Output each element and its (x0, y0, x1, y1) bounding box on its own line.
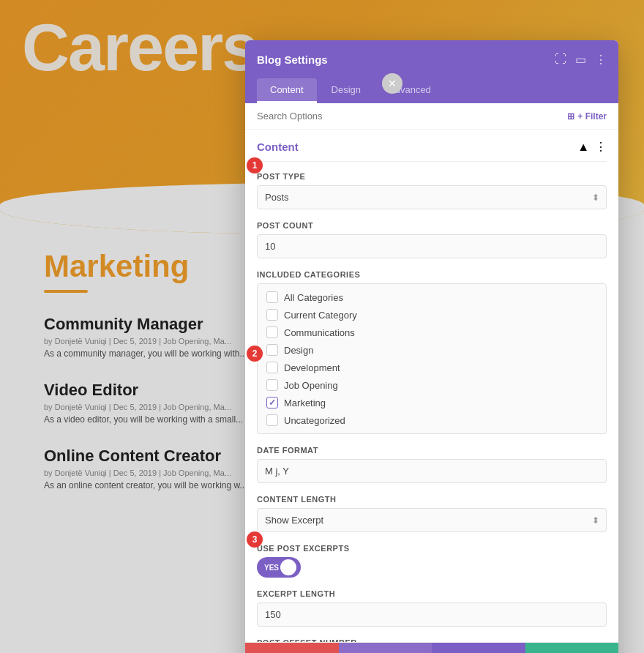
checkbox-design[interactable] (266, 344, 278, 356)
toggle-wrapper: YES (257, 557, 607, 578)
category-item-job-opening[interactable]: Job Opening (266, 379, 597, 391)
category-label: Marketing (284, 398, 326, 408)
checkbox-current-category[interactable] (266, 309, 278, 321)
category-item-current[interactable]: Current Category (266, 309, 597, 321)
filter-icon: ⊞ (567, 111, 574, 122)
category-item-communications[interactable]: Communications (266, 326, 597, 338)
panel-title: Blog Settings (257, 53, 328, 66)
collapse-icon[interactable]: ▲ (577, 141, 589, 154)
content-length-select[interactable]: Show Excerpt Show Full Post (257, 508, 607, 532)
checkbox-communications[interactable] (266, 326, 278, 338)
post-count-label: Post Count (257, 221, 607, 230)
post-type-select[interactable]: Posts Pages (257, 185, 607, 209)
date-format-label: Date Format (257, 446, 607, 455)
checkmark-icon: ✓ (269, 398, 276, 408)
post-count-field: Post Count (257, 221, 607, 258)
content-section-header: Content ▲ ⋮ (257, 130, 607, 162)
post-count-input[interactable] (257, 234, 607, 258)
badge-2: 2 (247, 346, 263, 362)
confirm-button[interactable]: ✓ (525, 643, 619, 653)
category-item-development[interactable]: Development (266, 362, 597, 373)
reset-button[interactable]: ↺ (339, 643, 433, 653)
category-item-marketing[interactable]: ✓ Marketing (266, 397, 597, 408)
fullscreen-icon[interactable]: ⛶ (555, 53, 566, 66)
checkbox-uncategorized[interactable] (266, 414, 278, 426)
content-length-field: Content Length Show Excerpt Show Full Po… (257, 495, 607, 532)
cancel-button[interactable]: ✕ (245, 643, 339, 653)
section-more-icon[interactable]: ⋮ (595, 140, 607, 154)
toggle-yes-label: YES (264, 564, 279, 572)
tab-content[interactable]: Content (257, 78, 317, 103)
content-length-select-wrapper: Show Excerpt Show Full Post ⬍ (257, 508, 607, 532)
excerpt-length-input[interactable] (257, 602, 607, 627)
more-options-icon[interactable]: ⋮ (595, 53, 607, 67)
category-label: Job Opening (284, 380, 338, 391)
checkbox-development[interactable] (266, 362, 278, 373)
excerpt-length-label: Excerpt Length (257, 589, 607, 598)
post-type-select-wrapper: Posts Pages ⬍ (257, 185, 607, 209)
included-categories-field: Included Categories All Categories Curre… (257, 270, 607, 434)
checkbox-all-categories[interactable] (266, 291, 278, 303)
search-input[interactable] (257, 111, 567, 122)
badge-3: 3 (247, 531, 263, 548)
section-actions: ▲ ⋮ (577, 140, 607, 154)
category-label: Design (284, 345, 313, 356)
post-excerpts-toggle[interactable]: YES (257, 557, 301, 578)
filter-button[interactable]: ⊞ + Filter (567, 111, 607, 122)
panel-header-icons: ⛶ ▭ ⋮ (555, 53, 607, 67)
panel-footer: ✕ ↺ ↻ ✓ (245, 642, 618, 653)
panel-search-bar: ⊞ + Filter (245, 103, 618, 130)
date-format-input[interactable] (257, 459, 607, 483)
excerpt-length-field: Excerpt Length (257, 589, 607, 627)
blog-settings-panel: Blog Settings ⛶ ▭ ⋮ Content Design Advan… (245, 40, 618, 653)
tab-design[interactable]: Design (318, 78, 374, 103)
post-type-label: Post Type (257, 172, 607, 181)
post-type-field: Post Type Posts Pages ⬍ (257, 172, 607, 209)
checkbox-job-opening[interactable] (266, 379, 278, 391)
category-label: All Categories (284, 292, 343, 303)
columns-icon[interactable]: ▭ (575, 53, 586, 67)
use-post-excerpts-label: Use Post Excerpts (257, 544, 607, 553)
redo-button[interactable]: ↻ (432, 643, 525, 653)
toggle-knob (280, 559, 296, 575)
checkbox-marketing[interactable]: ✓ (266, 397, 278, 408)
panel-header: Blog Settings ⛶ ▭ ⋮ (245, 40, 618, 78)
filter-label: + Filter (577, 111, 607, 122)
content-length-label: Content Length (257, 495, 607, 504)
panel-tabs: Content Design Advanced (245, 78, 618, 103)
category-item-design[interactable]: Design (266, 344, 597, 356)
category-label: Current Category (284, 310, 357, 321)
category-item-all[interactable]: All Categories (266, 291, 597, 303)
included-categories-label: Included Categories (257, 270, 607, 279)
categories-list: All Categories Current Category Communic… (257, 283, 607, 434)
category-label: Development (284, 362, 340, 373)
date-format-field: Date Format (257, 446, 607, 483)
category-label: Uncategorized (284, 415, 345, 426)
badge-1: 1 (247, 157, 263, 173)
category-label: Communications (284, 327, 355, 338)
close-icon[interactable]: ✕ (382, 73, 402, 94)
section-title: Content (257, 141, 299, 153)
use-post-excerpts-field: Use Post Excerpts YES (257, 544, 607, 578)
category-item-uncategorized[interactable]: Uncategorized (266, 414, 597, 426)
panel-body: Content ▲ ⋮ Post Type Posts Pages ⬍ Post… (245, 130, 618, 642)
